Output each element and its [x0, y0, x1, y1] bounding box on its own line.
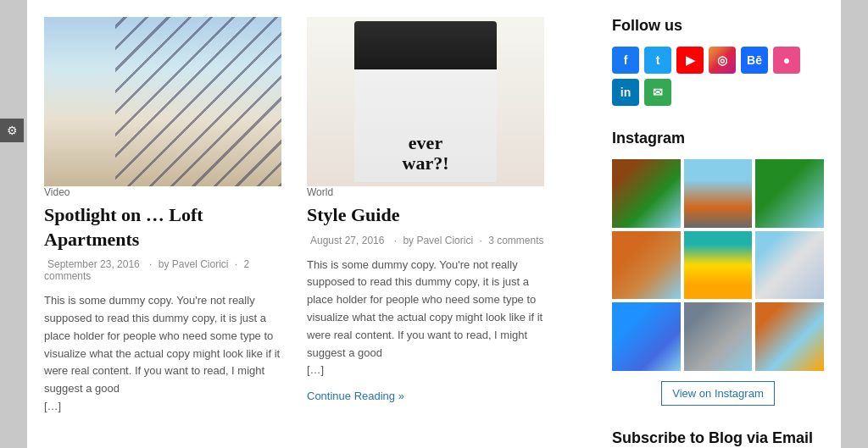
instagram-thumb-8[interactable]: [684, 302, 753, 371]
page-wrapper: Video Spotlight on … Loft Apartments Sep…: [27, 0, 841, 448]
post2-comments[interactable]: 3 comments: [488, 235, 543, 246]
youtube-icon[interactable]: ▶: [676, 47, 704, 74]
post2-image[interactable]: everwar?!: [307, 17, 544, 186]
instagram-thumb-3[interactable]: [755, 159, 824, 228]
post2-meta: August 27, 2016 · by Pavel Ciorici · 3 c…: [307, 235, 544, 246]
post2-excerpt: This is some dummy copy. You're not real…: [307, 257, 544, 380]
instagram-thumb-5[interactable]: [684, 231, 753, 300]
social-icons-container: f t ▶ ◎ Bē ● in ✉: [612, 47, 824, 106]
settings-button[interactable]: ⚙: [0, 119, 24, 142]
twitter-icon[interactable]: t: [644, 47, 671, 74]
post2-title: Style Guide: [307, 203, 544, 228]
main-content: Video Spotlight on … Loft Apartments Sep…: [44, 17, 595, 448]
post1-category: Video: [44, 186, 281, 198]
fashion-overlay-text: everwar?!: [403, 133, 449, 174]
post1-title: Spotlight on … Loft Apartments: [44, 203, 281, 252]
follow-title: Follow us: [612, 17, 824, 35]
instagram-thumb-7[interactable]: [612, 302, 681, 371]
instagram-thumb-1[interactable]: [612, 159, 681, 228]
post1-image[interactable]: [44, 17, 281, 186]
post1-meta: September 23, 2016 · by Pavel Ciorici · …: [44, 258, 281, 282]
post1-date: September 23, 2016: [47, 258, 140, 270]
instagram-grid: [612, 159, 824, 371]
sidebar: Follow us f t ▶ ◎ Bē ● in ✉ Instagram: [612, 17, 824, 448]
continue-reading-link[interactable]: Continue Reading »: [307, 390, 404, 402]
linkedin-icon[interactable]: in: [612, 79, 639, 106]
subscribe-section: Subscribe to Blog via Email: [612, 429, 824, 447]
dribbble-icon[interactable]: ●: [773, 47, 800, 74]
view-instagram-button[interactable]: View on Instagram: [661, 381, 774, 406]
instagram-thumb-9[interactable]: [755, 302, 824, 371]
post2-date: August 27, 2016: [310, 235, 384, 246]
post2-category: World: [307, 186, 544, 198]
post-card-2: everwar?! World Style Guide August 27, 2…: [307, 17, 544, 448]
instagram-thumb-2[interactable]: [684, 159, 753, 228]
post1-excerpt: This is some dummy copy. You're not real…: [44, 292, 281, 416]
instagram-icon[interactable]: ◎: [709, 47, 736, 74]
instagram-section: Instagram View on Instagram: [612, 130, 824, 406]
subscribe-title: Subscribe to Blog via Email: [612, 429, 824, 447]
post-card-1: Video Spotlight on … Loft Apartments Sep…: [44, 17, 281, 448]
facebook-icon[interactable]: f: [612, 47, 639, 74]
email-icon[interactable]: ✉: [644, 79, 671, 106]
post2-author[interactable]: Pavel Ciorici: [416, 235, 473, 246]
behance-icon[interactable]: Bē: [741, 47, 768, 74]
instagram-thumb-6[interactable]: [755, 231, 824, 300]
post1-author[interactable]: Pavel Ciorici: [172, 258, 229, 270]
gear-icon: ⚙: [7, 124, 18, 138]
instagram-thumb-4[interactable]: [612, 231, 681, 300]
follow-section: Follow us f t ▶ ◎ Bē ● in ✉: [612, 17, 824, 106]
instagram-title: Instagram: [612, 130, 824, 147]
